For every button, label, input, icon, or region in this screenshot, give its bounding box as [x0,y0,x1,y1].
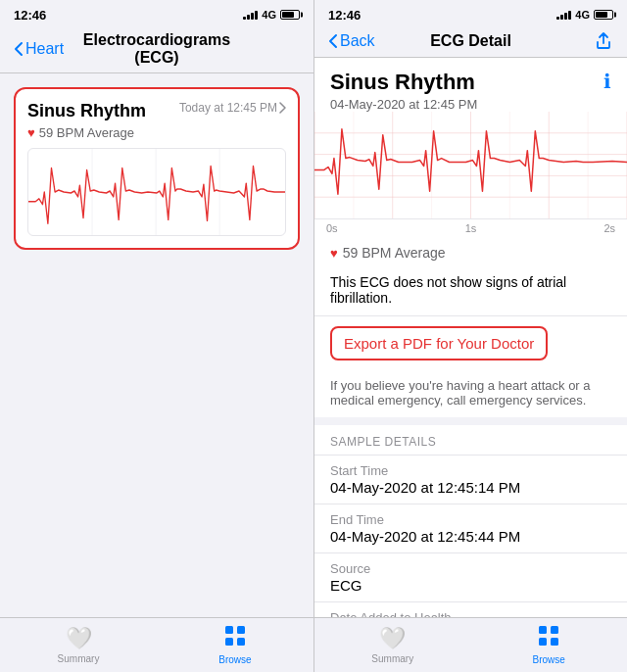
tab-summary-left[interactable]: 🤍 Summary [0,626,157,664]
emergency-text: If you believe you're having a heart att… [314,370,627,425]
svg-rect-4 [237,626,245,634]
share-button[interactable] [555,31,613,51]
ecg-card-header: Sinus Rhythm Today at 12:45 PM [27,101,286,121]
left-panel: 12:46 4G Heart Electrocardiograms (ECG) [0,0,314,672]
svg-rect-6 [237,638,245,646]
end-time-value: 04-May-2020 at 12:45:44 PM [330,528,611,545]
time-label-0s: 0s [326,222,338,234]
svg-rect-22 [539,638,547,646]
ecg-no-afib: This ECG does not show signs of atrial f… [314,268,627,316]
source-label: Source [330,561,611,576]
heart-icon-right: ♥ [330,246,338,261]
nav-title-right: ECG Detail [387,32,555,50]
time-left: 12:46 [14,8,46,23]
time-right: 12:46 [328,8,361,23]
detail-row-date-added: Date Added to Health [314,601,627,617]
signal-bars-left [243,11,258,20]
status-bar-left: 12:46 4G [0,0,314,27]
tab-browse-left[interactable]: Browse [157,625,314,665]
ecg-bpm-left: ♥ 59 BPM Average [27,125,286,140]
source-value: ECG [330,577,611,594]
ecg-detail-title: Sinus Rhythm [330,70,475,95]
status-bar-right: 12:46 4G [314,0,627,27]
svg-rect-23 [551,638,558,646]
tab-bar-right: 🤍 Summary Browse [314,617,627,672]
tab-browse-right[interactable]: Browse [471,625,628,665]
sample-details: SAMPLE DETAILS Start Time 04-May-2020 at… [314,425,627,617]
nav-bar-right: Back ECG Detail [314,27,627,58]
info-icon[interactable]: ℹ [603,70,611,93]
nav-title-left: Electrocardiograms (ECG) [72,31,241,67]
network-right: 4G [575,9,590,21]
time-label-2s: 2s [603,222,615,234]
heart-tab-icon-left: 🤍 [66,626,92,651]
ecg-detail-chart [314,112,627,219]
heart-icon-left: ♥ [27,125,35,140]
svg-rect-20 [539,626,547,634]
ecg-detail-bpm: ♥ 59 BPM Average [314,237,627,268]
detail-row-start: Start Time 04-May-2020 at 12:45:14 PM [314,455,627,504]
nav-bar-left: Heart Electrocardiograms (ECG) [0,27,314,73]
battery-fill-left [282,12,294,18]
time-labels: 0s 1s 2s [314,219,627,237]
start-time-value: 04-May-2020 at 12:45:14 PM [330,479,611,496]
ecg-card-title: Sinus Rhythm [27,101,146,121]
right-content[interactable]: Sinus Rhythm ℹ 04-May-2020 at 12:45 PM [314,58,627,617]
right-panel: 12:46 4G Back ECG Detail [314,0,627,672]
tab-summary-right[interactable]: 🤍 Summary [314,626,471,664]
network-left: 4G [262,9,276,21]
date-added-label: Date Added to Health [330,610,611,617]
ecg-detail-bpm-text: 59 BPM Average [343,245,446,261]
detail-row-source: Source ECG [314,552,627,601]
svg-rect-5 [225,638,233,646]
left-content: Sinus Rhythm Today at 12:45 PM ♥ 59 BPM … [0,73,314,617]
detail-row-end: End Time 04-May-2020 at 12:45:44 PM [314,504,627,552]
status-icons-right: 4G [556,9,613,21]
tab-bar-left: 🤍 Summary Browse [0,617,314,672]
ecg-detail-date: 04-May-2020 at 12:45 PM [330,97,611,112]
grid-tab-icon-right [538,625,559,652]
ecg-detail-header: Sinus Rhythm ℹ 04-May-2020 at 12:45 PM [314,58,627,112]
sample-details-header: SAMPLE DETAILS [314,425,627,455]
back-label-left: Heart [25,40,64,58]
svg-rect-3 [225,626,233,634]
grid-tab-icon-left [224,625,246,652]
export-pdf-button[interactable]: Export a PDF for Your Doctor [330,326,548,360]
ecg-card[interactable]: Sinus Rhythm Today at 12:45 PM ♥ 59 BPM … [14,87,300,250]
back-button-left[interactable]: Heart [14,40,72,58]
export-btn-container: Export a PDF for Your Doctor [314,316,627,370]
ecg-chart-left [27,148,286,236]
status-icons-left: 4G [243,9,300,21]
back-button-right[interactable]: Back [328,32,387,50]
start-time-label: Start Time [330,463,611,478]
ecg-card-time: Today at 12:45 PM [179,101,286,115]
signal-bars-right [556,11,571,20]
heart-tab-icon-right: 🤍 [379,626,406,651]
battery-right [594,10,613,20]
battery-fill-right [596,12,607,18]
time-label-1s: 1s [465,222,477,234]
svg-rect-21 [551,626,558,634]
end-time-label: End Time [330,512,611,527]
battery-left [280,10,300,20]
ecg-detail-title-row: Sinus Rhythm ℹ [330,70,611,95]
back-label-right: Back [340,32,375,50]
